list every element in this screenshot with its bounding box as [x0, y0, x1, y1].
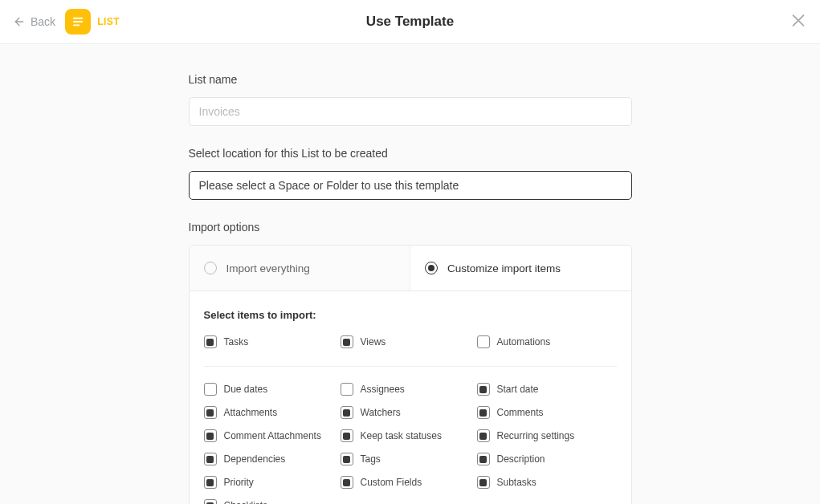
import-everything-label: Import everything [226, 262, 310, 274]
checkbox-icon [477, 383, 490, 396]
checkbox-label: Recurring settings [497, 431, 575, 441]
import-options-label: Import options [189, 221, 632, 234]
checkbox-label: Assignees [361, 384, 405, 394]
divider [204, 366, 617, 367]
checkbox-icon [204, 429, 217, 442]
checkbox-icon [341, 476, 353, 489]
checkbox-attachments[interactable]: Attachments [204, 406, 341, 419]
checkbox-icon [477, 335, 490, 348]
checkbox-icon [341, 383, 353, 396]
location-select-placeholder: Please select a Space or Folder to use t… [199, 179, 459, 192]
list-badge: LIST [65, 9, 120, 35]
checkbox-label: Views [361, 337, 386, 347]
checkbox-checklists[interactable]: Checklists [204, 499, 341, 504]
checkbox-icon [477, 453, 490, 465]
checkbox-icon [204, 453, 217, 465]
topbar: Back LIST Use Template [0, 0, 820, 44]
customize-import-label: Customize import items [447, 262, 561, 274]
checkbox-priority[interactable]: Priority [204, 476, 341, 489]
checkbox-start-date[interactable]: Start date [477, 383, 617, 396]
import-options-section: Import options Import everything Customi… [189, 221, 632, 504]
checkbox-tags[interactable]: Tags [341, 453, 477, 465]
checkbox-icon [204, 499, 217, 504]
import-mode-toggle: Import everything Customize import items [189, 245, 632, 291]
location-label: Select location for this List to be crea… [189, 147, 632, 160]
body-scroll-area[interactable]: List name Select location for this List … [0, 44, 820, 504]
checkbox-label: Checklists [224, 501, 268, 504]
page-title: Use Template [366, 14, 454, 30]
checkbox-label: Attachments [224, 408, 278, 417]
checkbox-label: Comment Attachments [224, 431, 321, 441]
list-badge-label: LIST [97, 16, 120, 27]
checkbox-watchers[interactable]: Watchers [341, 406, 477, 419]
svg-rect-2 [73, 21, 83, 22]
location-field: Select location for this List to be crea… [189, 147, 632, 200]
checkbox-label: Keep task statuses [361, 431, 442, 441]
checkbox-icon [204, 383, 217, 396]
arrow-left-icon [13, 15, 26, 28]
back-button[interactable]: Back [13, 15, 55, 28]
checkbox-icon [204, 335, 217, 348]
location-select[interactable]: Please select a Space or Folder to use t… [189, 171, 632, 200]
checkbox-custom-fields[interactable]: Custom Fields [341, 476, 477, 489]
primary-items-row: Tasks Views Automations [204, 335, 617, 360]
customize-import-option[interactable]: Customize import items [410, 246, 631, 291]
checkbox-icon [341, 429, 353, 442]
checkbox-label: Due dates [224, 384, 268, 394]
list-name-label: List name [189, 73, 632, 86]
list-icon [65, 9, 91, 35]
checkbox-automations[interactable]: Automations [477, 335, 617, 348]
checkbox-tasks[interactable]: Tasks [204, 335, 341, 348]
checkbox-icon [204, 476, 217, 489]
checkbox-label: Watchers [361, 408, 401, 417]
checkbox-recurring-settings[interactable]: Recurring settings [477, 429, 617, 442]
close-icon [789, 12, 807, 30]
checkbox-due-dates[interactable]: Due dates [204, 383, 341, 396]
checkbox-icon [204, 406, 217, 419]
close-button[interactable] [789, 12, 807, 32]
checkbox-label: Custom Fields [361, 478, 422, 487]
list-name-input[interactable] [189, 97, 632, 126]
checkbox-comment-attachments[interactable]: Comment Attachments [204, 429, 341, 442]
checkbox-keep-task-statuses[interactable]: Keep task statuses [341, 429, 477, 442]
import-items-title: Select items to import: [204, 309, 617, 321]
secondary-items-grid: Due datesAttachmentsComment AttachmentsD… [204, 383, 617, 504]
checkbox-icon [477, 406, 490, 419]
checkbox-dependencies[interactable]: Dependencies [204, 453, 341, 465]
checkbox-label: Tasks [224, 337, 249, 347]
checkbox-views[interactable]: Views [341, 335, 477, 348]
svg-rect-1 [73, 18, 83, 19]
checkbox-comments[interactable]: Comments [477, 406, 617, 419]
form-content: List name Select location for this List … [189, 44, 632, 504]
checkbox-label: Automations [497, 337, 551, 347]
checkbox-description[interactable]: Description [477, 453, 617, 465]
checkbox-subtasks[interactable]: Subtasks [477, 476, 617, 489]
checkbox-label: Comments [497, 408, 544, 417]
checkbox-icon [477, 429, 490, 442]
checkbox-icon [341, 453, 353, 465]
svg-rect-3 [73, 24, 80, 26]
checkbox-label: Description [497, 454, 545, 464]
checkbox-icon [341, 335, 353, 348]
import-everything-option[interactable]: Import everything [190, 246, 411, 291]
import-items-panel: Select items to import: Tasks Views [189, 291, 632, 504]
list-name-field: List name [189, 73, 632, 126]
checkbox-label: Subtasks [497, 478, 536, 487]
checkbox-icon [341, 406, 353, 419]
radio-icon [204, 262, 217, 274]
back-label: Back [31, 15, 55, 28]
checkbox-label: Priority [224, 478, 254, 487]
checkbox-label: Start date [497, 384, 539, 394]
checkbox-label: Tags [361, 454, 381, 464]
checkbox-assignees[interactable]: Assignees [341, 383, 477, 396]
checkbox-icon [477, 476, 490, 489]
radio-icon [425, 262, 438, 274]
checkbox-label: Dependencies [224, 454, 286, 464]
